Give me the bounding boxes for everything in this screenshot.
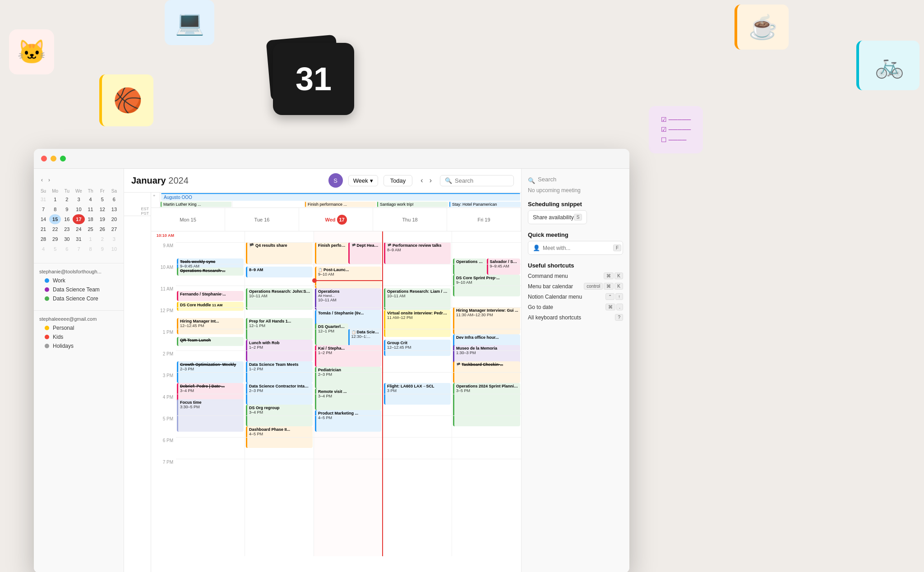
- mini-cal-day[interactable]: 4: [85, 194, 97, 204]
- minimize-button[interactable]: [51, 156, 56, 161]
- event-ops-research-thu[interactable]: Operations Research: Liam / Stephanie we…: [384, 288, 451, 310]
- event-ops-research-tue[interactable]: Operations Research: John:Stephanie Coff…: [246, 288, 313, 310]
- mini-cal-day[interactable]: 18: [85, 214, 97, 224]
- mini-cal-day[interactable]: 7: [73, 244, 84, 254]
- mini-cal-day[interactable]: 24: [73, 224, 84, 234]
- event-product-mktg[interactable]: Product Marketing ... 4–5 PM: [315, 410, 381, 432]
- day-name-fri: Fri 19: [477, 217, 490, 222]
- event-post-launch[interactable]: 📋 Post-Launc... 9–10 AM: [315, 267, 381, 288]
- mini-cal-day[interactable]: 5: [49, 244, 61, 254]
- event-hiring-manager-fri[interactable]: Hiring Manager Interview: Gui ... 11:30 …: [453, 307, 520, 334]
- mini-cal-day[interactable]: 16: [61, 214, 73, 224]
- shortcut-notion-cal-menu: Notion Calendar menu ⌃ ↑: [528, 292, 623, 301]
- event-remote-visit[interactable]: Remote visit ... 3–4 PM: [315, 388, 381, 410]
- mini-cal-day[interactable]: 30: [61, 234, 73, 244]
- mini-cal-day[interactable]: 25: [85, 224, 97, 234]
- event-q4-results[interactable]: 🏴 Q4 results share: [246, 242, 313, 264]
- mini-cal-day[interactable]: 10: [73, 204, 84, 214]
- day-col-thu[interactable]: 🏴 Performance review talks 8–9 AM Operat…: [383, 231, 452, 556]
- event-operations-wed[interactable]: Operations All Hand... 10–11 AM: [315, 288, 381, 310]
- mini-cal-day[interactable]: 20: [108, 214, 120, 224]
- cal-ds-team[interactable]: Data Science Team: [45, 285, 113, 294]
- search-input[interactable]: [455, 177, 509, 184]
- mini-cal-day[interactable]: 3: [108, 234, 120, 244]
- mini-cal-day[interactable]: 9: [97, 244, 108, 254]
- mini-cal-day[interactable]: 22: [49, 224, 61, 234]
- event-qr-lunch[interactable]: QR Team Lunch: [177, 337, 244, 346]
- today-button[interactable]: Today: [383, 175, 413, 186]
- avatar-button[interactable]: S: [328, 173, 343, 188]
- mini-cal-day[interactable]: 12: [97, 204, 108, 214]
- mini-cal-day[interactable]: 8: [85, 244, 97, 254]
- mini-cal-next[interactable]: ›: [46, 176, 52, 184]
- mini-cal-day[interactable]: 5: [97, 194, 108, 204]
- event-finish-perf[interactable]: Finish performance ...: [315, 242, 348, 264]
- mini-cal-day[interactable]: 19: [97, 214, 108, 224]
- next-week-button[interactable]: ›: [427, 175, 434, 185]
- close-button[interactable]: [41, 156, 47, 161]
- share-availability-button[interactable]: Share availability S: [528, 210, 587, 224]
- event-ops-sprint[interactable]: Operations 2024 Sprint Planning 3–5 PM: [453, 383, 520, 426]
- event-hiring-manager-mon[interactable]: Hiring Manager Int... 12–12:45 PM: [177, 318, 244, 334]
- mini-cal-day[interactable]: 29: [49, 234, 61, 244]
- mini-cal-day[interactable]: 31: [37, 194, 49, 204]
- cal-personal[interactable]: Personal: [45, 323, 113, 332]
- mini-cal-day[interactable]: 11: [85, 204, 97, 214]
- event-8am-tue[interactable]: 8–9 AM: [246, 267, 313, 277]
- day-col-mon[interactable]: Tools weekly sync 9–9:45 AM Operations R…: [176, 231, 245, 556]
- mini-cal-day[interactable]: 13: [108, 204, 120, 214]
- mini-cal-day[interactable]: 28: [37, 234, 49, 244]
- cal-holidays[interactable]: Holidays: [45, 341, 113, 351]
- cal-work[interactable]: Work: [45, 276, 113, 285]
- allday-event-mlk[interactable]: Martin Luther King ...: [161, 202, 231, 207]
- mini-cal-day[interactable]: 14: [37, 214, 49, 224]
- mini-cal-day[interactable]: 6: [61, 244, 73, 254]
- week-select[interactable]: Week ▾: [348, 175, 378, 186]
- mini-cal-day[interactable]: 10: [108, 244, 120, 254]
- event-ops-research-mon[interactable]: Operations Research·...: [177, 268, 244, 276]
- mini-cal-day[interactable]: 4: [37, 244, 49, 254]
- mini-cal-day[interactable]: 2: [61, 194, 73, 204]
- day-col-tue[interactable]: 🏴 Q4 results share 8–9 AM Operations Res: [245, 231, 314, 556]
- day-col-fri[interactable]: Operations Research·... Salvador / Steph…: [452, 231, 521, 556]
- mini-cal-day[interactable]: 23: [61, 224, 73, 234]
- mini-cal-day[interactable]: 6: [108, 194, 120, 204]
- days-scroll[interactable]: 10:10 AM 9 AM10 AM11 AM12 PM1 PM2 PM3 PM…: [151, 231, 521, 572]
- mini-cal-day[interactable]: 1: [85, 234, 97, 244]
- mini-cal-day[interactable]: 9: [61, 204, 73, 214]
- mini-cal-day[interactable]: 17: [73, 214, 84, 224]
- allday-event-finish[interactable]: Finish performance ...: [305, 202, 376, 207]
- mini-cal-day[interactable]: 8: [49, 204, 61, 214]
- allday-event-santiago[interactable]: Santiago work trip!: [377, 202, 448, 207]
- event-virtual-onsite[interactable]: Virtual onsite interview: Pedro ... 11 A…: [384, 310, 451, 337]
- day-col-wed[interactable]: Finish performance ... 🏴 Dept Heads Upda…: [314, 231, 383, 556]
- event-fernando[interactable]: Fernando / Stephanie·...: [177, 291, 244, 301]
- event-salvador[interactable]: Salvador / Stephan... 9–9:45 AM: [487, 258, 521, 275]
- cal-kids[interactable]: Kids: [45, 332, 113, 341]
- event-ops-research-fri[interactable]: Operations Research·...: [453, 258, 487, 275]
- prev-week-button[interactable]: ‹: [418, 175, 425, 185]
- event-dept-heads[interactable]: 🏴 Dept Heads Upda...: [348, 242, 382, 264]
- event-pediatrician[interactable]: Pediatrician 2–3 PM: [315, 367, 381, 388]
- hour-line: [245, 437, 314, 438]
- cal-ds-core[interactable]: Data Science Core: [45, 294, 113, 303]
- allday-event-hotel[interactable]: Stay: Hotel Panamerican: [449, 202, 521, 207]
- mini-cal-day[interactable]: 27: [108, 224, 120, 234]
- mini-cal-day[interactable]: 26: [97, 224, 108, 234]
- mini-cal-day[interactable]: 3: [73, 194, 84, 204]
- event-ds-quarterly[interactable]: DS Quarterly Outreach 12–1 PM: [315, 323, 348, 345]
- event-perf-review[interactable]: 🏴 Performance review talks 8–9 AM: [384, 242, 451, 264]
- mini-cal-day[interactable]: 31: [73, 234, 84, 244]
- mini-cal-day[interactable]: 21: [37, 224, 49, 234]
- allday-event-augusto[interactable]: Augusto OOO: [161, 193, 520, 201]
- event-kai-steph[interactable]: Kai / Stepha... 1–2 PM: [315, 345, 381, 367]
- mini-cal-day[interactable]: 7: [37, 204, 49, 214]
- event-group-crit[interactable]: Group Crit 12–12:45 PM: [384, 340, 451, 356]
- mini-cal-day[interactable]: 1: [49, 194, 61, 204]
- mini-cal-prev[interactable]: ‹: [39, 176, 45, 184]
- meet-with-input[interactable]: [543, 245, 610, 251]
- event-ds-core-huddle[interactable]: DS Core Huddle 11 AM: [177, 302, 244, 311]
- mini-cal-day[interactable]: 15: [49, 214, 61, 224]
- mini-cal-day[interactable]: 2: [97, 234, 108, 244]
- maximize-button[interactable]: [60, 156, 66, 161]
